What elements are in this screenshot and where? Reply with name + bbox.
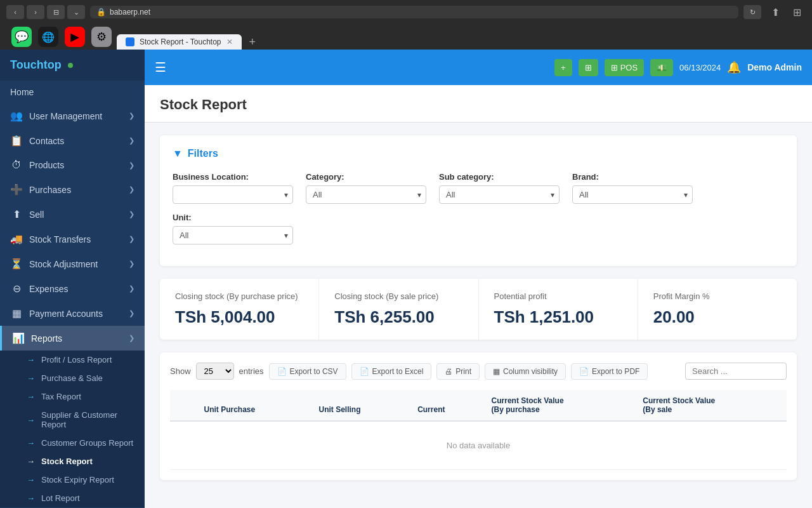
submenu-stock-expiry[interactable]: → Stock Expiry Report [0,471,145,489]
table-controls: Show 25 10 50 100 entries 📄 Export to [160,352,797,480]
expenses-icon: ⊖ [10,283,23,295]
sidebar-item-stock-adjustment[interactable]: ⏳ Stock Adjustment ❯ [0,251,145,276]
stat-value-2: TSh 1,251.00 [494,307,622,327]
sidebar-item-purchases[interactable]: ➕ Purchases ❯ [0,177,145,202]
notification-bell[interactable]: 🔔 [727,60,741,74]
sidebar-label-expenses: Expenses [29,284,68,294]
unit-select[interactable]: All [173,226,293,244]
th-stock-value-purchase-label: Current Stock Value(By purchase [492,396,564,414]
chevron-icon-products: ❯ [129,161,134,170]
print-button[interactable]: 🖨 Print [436,363,480,380]
submenu-label-purchase-sale: Purchase & Sale [41,373,103,383]
th-unit-purchase: Unit Purchase [196,390,311,421]
category-wrapper: All [306,185,426,204]
app-container: Touchtop Home 👥 User Management ❯ 📋 Cont… [0,50,812,508]
tab-expand-button[interactable]: ⌄ [67,5,85,19]
entries-label: entries [239,366,264,376]
browser-nav-buttons: ‹ › ⊟ ⌄ [6,5,85,19]
hamburger-button[interactable]: ☰ [155,60,166,75]
sidebar-item-home[interactable]: Home [0,81,145,104]
stat-closing-sale: Closing stock (By sale price) TSh 6,255.… [319,279,478,340]
submenu-customer-groups[interactable]: → Customer Groups Report [0,434,145,452]
column-visibility-button[interactable]: ▦ Column visibility [485,363,566,380]
export-csv-button[interactable]: 📄 Export to CSV [269,363,346,380]
settings-icon[interactable]: ⚙ [91,27,112,47]
money-button[interactable]: 💵 [650,59,673,76]
brand-select[interactable]: All [572,185,693,204]
excel-icon: 📄 [360,367,369,376]
entries-select[interactable]: 25 10 50 100 [196,363,234,380]
calc-icon: ⊞ [585,63,592,72]
sell-icon: ⬆ [10,208,23,220]
sidebar-label-payment-accounts: Payment Accounts [29,309,103,319]
browser-icon[interactable]: 🌐 [38,27,58,47]
tab-close[interactable]: ✕ [226,37,233,46]
sidebar-label-reports: Reports [31,333,62,344]
sidebar-item-user-management[interactable]: 👥 User Management ❯ [0,104,145,128]
sidebar-item-stock-transfers[interactable]: 🚚 Stock Transfers ❯ [0,227,145,251]
sidebar-item-expenses[interactable]: ⊖ Expenses ❯ [0,276,145,301]
sidebar-home-label: Home [10,87,34,97]
contacts-icon: 📋 [10,135,23,147]
calculator-button[interactable]: ⊞ [579,59,598,76]
active-tab[interactable]: Stock Report - Touchtop ✕ [117,34,242,50]
youtube-icon[interactable]: ▶ [65,27,85,47]
stat-value-3: 20.00 [653,307,782,327]
browser-actions: ⬆ ⊞ [766,5,806,19]
pos-grid-icon: ⊞ [611,63,618,72]
sidebar-logo: Touchtop [0,50,145,81]
stat-label-1: Closing stock (By sale price) [334,291,462,301]
grid-button[interactable]: ⊞ [788,5,806,19]
chevron-icon-reports: ❯ [129,334,134,342]
sidebar-label-sell: Sell [29,210,44,220]
chevron-icon-stock-adjustment: ❯ [129,260,134,268]
pos-label: POS [620,63,638,72]
sidebar-item-products[interactable]: ⏱ Products ❯ [0,153,145,177]
th-stock-value-sale: Current Stock Value(By sale [635,390,787,421]
filters-label: Filters [188,148,218,159]
submenu-label-stock-expiry: Stock Expiry Report [41,475,114,485]
reload-button[interactable]: ↻ [743,5,761,19]
add-button[interactable]: + [554,59,572,76]
url-bar[interactable]: 🔒 babaerp.net [90,6,738,18]
submenu-label-stock-report: Stock Report [41,457,93,466]
sidebar-item-payment-accounts[interactable]: ▦ Payment Accounts ❯ [0,301,145,326]
business-location-select[interactable] [173,185,293,204]
filters-toggle[interactable]: ▼ Filters [173,148,784,159]
main-body: ▼ Filters Business Location: [145,123,812,493]
submenu-stock-report[interactable]: → Stock Report [0,452,145,471]
search-input[interactable] [685,363,787,380]
submenu-purchase-sale[interactable]: → Purchase & Sale [0,369,145,387]
export-pdf-button[interactable]: 📄 Export to PDF [571,363,648,380]
sub-category-wrapper: All [439,185,560,204]
lock-icon: 🔒 [96,8,106,17]
submenu-tax-report[interactable]: → Tax Report [0,387,145,406]
column-label: Column visibility [503,367,558,376]
stat-label-2: Potential profit [494,291,622,301]
excel-label: Export to Excel [372,367,424,376]
money-icon: 💵 [657,63,667,72]
sidebar-item-contacts[interactable]: 📋 Contacts ❯ [0,128,145,153]
whatsapp-icon[interactable]: 💬 [11,27,32,47]
sidebar-item-sell[interactable]: ⬆ Sell ❯ [0,202,145,227]
export-excel-button[interactable]: 📄 Export to Excel [351,363,432,380]
sidebar-item-reports[interactable]: 📊 Reports ❯ [0,326,145,351]
new-tab-button[interactable]: + [244,36,261,49]
submenu-lot-report[interactable]: → Lot Report [0,489,145,507]
back-button[interactable]: ‹ [6,5,24,19]
filter-business-location: Business Location: [173,172,293,204]
th-stock-value-purchase: Current Stock Value(By purchase [484,390,636,421]
category-select[interactable]: All [306,185,426,204]
business-location-label: Business Location: [173,172,293,182]
pos-button[interactable]: ⊞ POS [605,59,644,76]
share-button[interactable]: ⬆ [766,5,784,19]
submenu-supplier-customer[interactable]: → Supplier & Customer Report [0,406,145,434]
submenu-profit-loss[interactable]: → Profit / Loss Report [0,351,145,369]
table-toolbar: Show 25 10 50 100 entries 📄 Export to [170,363,787,380]
pdf-label: Export to PDF [592,367,639,376]
filter-icon: ▼ [173,148,183,159]
print-icon: 🖨 [445,367,452,376]
forward-button[interactable]: › [27,5,44,19]
tab-toggle-button[interactable]: ⊟ [47,5,65,19]
sub-category-select[interactable]: All [439,185,560,204]
